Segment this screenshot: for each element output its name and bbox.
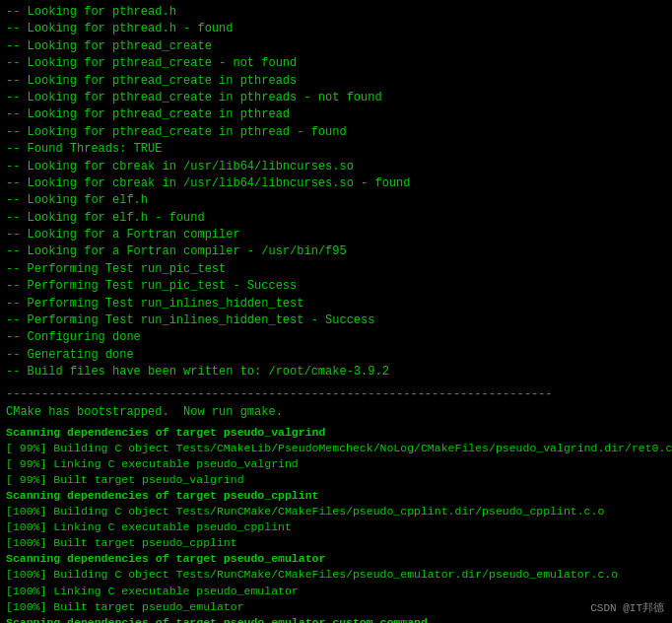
terminal-window: -- Looking for pthread.h-- Looking for p…	[0, 0, 672, 623]
output-line: [100%] Building C object Tests/RunCMake/…	[6, 504, 666, 519]
output-line: [100%] Built target pseudo_cpplint	[6, 535, 666, 551]
output-line: Scanning dependencies of target pseudo_e…	[6, 551, 666, 567]
output-line: -- Generating done	[6, 347, 666, 364]
output-line: [100%] Building C object Tests/RunCMake/…	[6, 567, 666, 583]
top-output-section: -- Looking for pthread.h-- Looking for p…	[0, 0, 672, 385]
output-line: -- Build files have been written to: /ro…	[6, 364, 666, 381]
output-line: -- Looking for pthread_create in pthread…	[6, 73, 666, 90]
divider-line: ----------------------------------------…	[0, 385, 672, 403]
output-line: -- Found Threads: TRUE	[6, 141, 666, 158]
output-line: [100%] Linking C executable pseudo_emula…	[6, 584, 666, 599]
output-line: -- Looking for pthread.h - found	[6, 21, 666, 37]
output-line: -- Looking for elf.h - found	[6, 210, 666, 227]
output-line: [100%] Built target pseudo_emulator	[6, 599, 666, 615]
output-line: Scanning dependencies of target pseudo_v…	[6, 425, 666, 441]
bottom-output-section: Scanning dependencies of target pseudo_v…	[0, 423, 672, 623]
output-line: [100%] Linking C executable pseudo_cppli…	[6, 519, 666, 535]
output-line: [ 99%] Linking C executable pseudo_valgr…	[6, 456, 666, 472]
output-line: Scanning dependencies of target pseudo_e…	[6, 615, 666, 623]
output-line: -- Looking for pthread_create in pthread…	[6, 124, 666, 141]
output-line: -- Looking for cbreak in /usr/lib64/libn…	[6, 159, 666, 175]
bootstrap-message: CMake has bootstrapped. Now run gmake.	[0, 403, 672, 423]
output-line: -- Performing Test run_pic_test	[6, 261, 666, 278]
output-line: -- Looking for a Fortran compiler	[6, 227, 666, 243]
output-line: -- Performing Test run_inlines_hidden_te…	[6, 296, 666, 312]
watermark: CSDN @IT邦德	[590, 600, 664, 615]
output-line: -- Looking for a Fortran compiler - /usr…	[6, 243, 666, 260]
output-line: -- Looking for cbreak in /usr/lib64/libn…	[6, 175, 666, 192]
output-line: -- Looking for elf.h	[6, 192, 666, 209]
output-line: [ 99%] Built target pseudo_valgrind	[6, 472, 666, 488]
output-line: -- Looking for pthread_create - not foun…	[6, 55, 666, 72]
output-line: -- Performing Test run_inlines_hidden_te…	[6, 312, 666, 329]
output-line: -- Looking for pthread_create in pthread…	[6, 90, 666, 106]
output-line: -- Configuring done	[6, 329, 666, 346]
output-line: [ 99%] Building C object Tests/CMakeLib/…	[6, 441, 666, 456]
output-line: Scanning dependencies of target pseudo_c…	[6, 488, 666, 504]
output-line: -- Looking for pthread.h	[6, 4, 666, 21]
output-line: -- Looking for pthread_create in pthread	[6, 106, 666, 123]
output-line: -- Performing Test run_pic_test - Succes…	[6, 278, 666, 295]
output-line: -- Looking for pthread_create	[6, 38, 666, 55]
